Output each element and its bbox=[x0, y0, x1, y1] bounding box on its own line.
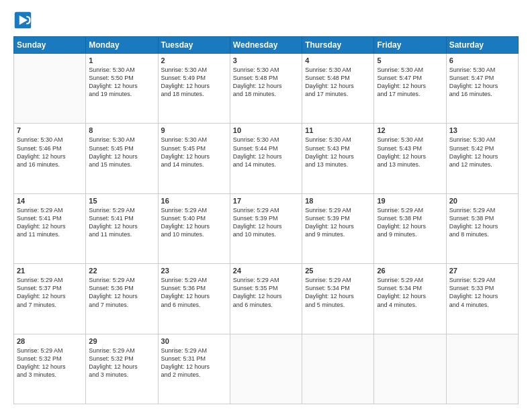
calendar-cell: 1Sunrise: 5:30 AM Sunset: 5:50 PM Daylig… bbox=[86, 54, 158, 124]
cell-day-number: 19 bbox=[377, 197, 443, 205]
calendar-cell: 26Sunrise: 5:29 AM Sunset: 5:34 PM Dayli… bbox=[374, 264, 446, 334]
page: SundayMondayTuesdayWednesdayThursdayFrid… bbox=[0, 0, 532, 411]
cell-info: Sunrise: 5:30 AM Sunset: 5:44 PM Dayligh… bbox=[233, 136, 299, 169]
calendar-cell: 6Sunrise: 5:30 AM Sunset: 5:47 PM Daylig… bbox=[446, 54, 518, 124]
cell-day-number: 13 bbox=[449, 126, 515, 134]
cell-info: Sunrise: 5:30 AM Sunset: 5:48 PM Dayligh… bbox=[305, 66, 371, 99]
calendar-cell: 27Sunrise: 5:29 AM Sunset: 5:33 PM Dayli… bbox=[446, 264, 518, 334]
cell-day-number: 6 bbox=[449, 56, 515, 64]
cell-info: Sunrise: 5:29 AM Sunset: 5:32 PM Dayligh… bbox=[17, 347, 83, 379]
cell-info: Sunrise: 5:29 AM Sunset: 5:36 PM Dayligh… bbox=[161, 276, 227, 309]
week-row-1: 1Sunrise: 5:30 AM Sunset: 5:50 PM Daylig… bbox=[14, 54, 519, 124]
calendar-table: SundayMondayTuesdayWednesdayThursdayFrid… bbox=[13, 36, 519, 404]
week-row-3: 14Sunrise: 5:29 AM Sunset: 5:41 PM Dayli… bbox=[14, 193, 519, 263]
cell-info: Sunrise: 5:30 AM Sunset: 5:42 PM Dayligh… bbox=[449, 136, 515, 169]
cell-day-number: 14 bbox=[17, 197, 83, 205]
calendar-cell: 16Sunrise: 5:29 AM Sunset: 5:40 PM Dayli… bbox=[158, 193, 230, 263]
cell-day-number: 29 bbox=[89, 337, 154, 345]
day-header-monday: Monday bbox=[86, 37, 158, 54]
cell-info: Sunrise: 5:29 AM Sunset: 5:41 PM Dayligh… bbox=[89, 206, 154, 239]
logo bbox=[13, 11, 35, 30]
week-row-5: 28Sunrise: 5:29 AM Sunset: 5:32 PM Dayli… bbox=[14, 334, 519, 404]
cell-day-number: 3 bbox=[233, 56, 299, 64]
calendar-cell: 21Sunrise: 5:29 AM Sunset: 5:37 PM Dayli… bbox=[14, 264, 86, 334]
calendar-cell: 12Sunrise: 5:30 AM Sunset: 5:43 PM Dayli… bbox=[374, 124, 446, 193]
calendar-cell: 15Sunrise: 5:29 AM Sunset: 5:41 PM Dayli… bbox=[86, 193, 158, 263]
cell-day-number: 2 bbox=[161, 56, 227, 64]
calendar-cell: 13Sunrise: 5:30 AM Sunset: 5:42 PM Dayli… bbox=[446, 124, 518, 193]
calendar-cell: 30Sunrise: 5:29 AM Sunset: 5:31 PM Dayli… bbox=[158, 334, 230, 404]
calendar-cell: 28Sunrise: 5:29 AM Sunset: 5:32 PM Dayli… bbox=[14, 334, 86, 404]
calendar-cell bbox=[446, 334, 518, 404]
cell-day-number: 20 bbox=[449, 197, 515, 205]
calendar-cell: 22Sunrise: 5:29 AM Sunset: 5:36 PM Dayli… bbox=[86, 264, 158, 334]
calendar-cell: 20Sunrise: 5:29 AM Sunset: 5:38 PM Dayli… bbox=[446, 193, 518, 263]
calendar-cell bbox=[374, 334, 446, 404]
cell-info: Sunrise: 5:30 AM Sunset: 5:48 PM Dayligh… bbox=[233, 66, 299, 99]
cell-info: Sunrise: 5:30 AM Sunset: 5:43 PM Dayligh… bbox=[305, 136, 371, 169]
day-header-saturday: Saturday bbox=[446, 37, 518, 54]
calendar-cell: 7Sunrise: 5:30 AM Sunset: 5:46 PM Daylig… bbox=[14, 124, 86, 193]
cell-day-number: 10 bbox=[233, 126, 299, 134]
day-header-friday: Friday bbox=[374, 37, 446, 54]
cell-info: Sunrise: 5:29 AM Sunset: 5:36 PM Dayligh… bbox=[89, 276, 154, 309]
cell-info: Sunrise: 5:30 AM Sunset: 5:47 PM Dayligh… bbox=[377, 66, 443, 99]
calendar-cell: 8Sunrise: 5:30 AM Sunset: 5:45 PM Daylig… bbox=[86, 124, 158, 193]
day-header-thursday: Thursday bbox=[302, 37, 374, 54]
cell-day-number: 15 bbox=[89, 197, 154, 205]
cell-day-number: 17 bbox=[233, 197, 299, 205]
cell-info: Sunrise: 5:29 AM Sunset: 5:35 PM Dayligh… bbox=[233, 276, 299, 309]
cell-day-number: 28 bbox=[17, 337, 83, 345]
calendar-cell: 9Sunrise: 5:30 AM Sunset: 5:45 PM Daylig… bbox=[158, 124, 230, 193]
cell-info: Sunrise: 5:29 AM Sunset: 5:34 PM Dayligh… bbox=[377, 276, 443, 309]
cell-day-number: 24 bbox=[233, 267, 299, 275]
calendar-cell: 19Sunrise: 5:29 AM Sunset: 5:38 PM Dayli… bbox=[374, 193, 446, 263]
cell-day-number: 7 bbox=[17, 126, 83, 134]
calendar-header-row: SundayMondayTuesdayWednesdayThursdayFrid… bbox=[14, 37, 519, 54]
calendar-cell: 10Sunrise: 5:30 AM Sunset: 5:44 PM Dayli… bbox=[230, 124, 302, 193]
calendar-cell: 3Sunrise: 5:30 AM Sunset: 5:48 PM Daylig… bbox=[230, 54, 302, 124]
logo-icon bbox=[13, 11, 32, 30]
cell-info: Sunrise: 5:30 AM Sunset: 5:50 PM Dayligh… bbox=[89, 66, 154, 99]
cell-day-number: 4 bbox=[305, 56, 371, 64]
calendar-cell: 29Sunrise: 5:29 AM Sunset: 5:32 PM Dayli… bbox=[86, 334, 158, 404]
cell-day-number: 26 bbox=[377, 267, 443, 275]
cell-day-number: 22 bbox=[89, 267, 154, 275]
calendar-cell: 17Sunrise: 5:29 AM Sunset: 5:39 PM Dayli… bbox=[230, 193, 302, 263]
header bbox=[13, 11, 519, 30]
cell-day-number: 5 bbox=[377, 56, 443, 64]
calendar-cell: 2Sunrise: 5:30 AM Sunset: 5:49 PM Daylig… bbox=[158, 54, 230, 124]
calendar-cell: 23Sunrise: 5:29 AM Sunset: 5:36 PM Dayli… bbox=[158, 264, 230, 334]
day-header-tuesday: Tuesday bbox=[158, 37, 230, 54]
cell-info: Sunrise: 5:30 AM Sunset: 5:45 PM Dayligh… bbox=[89, 136, 154, 169]
calendar-cell: 11Sunrise: 5:30 AM Sunset: 5:43 PM Dayli… bbox=[302, 124, 374, 193]
cell-info: Sunrise: 5:30 AM Sunset: 5:43 PM Dayligh… bbox=[377, 136, 443, 169]
calendar-cell bbox=[230, 334, 302, 404]
cell-day-number: 12 bbox=[377, 126, 443, 134]
calendar-cell bbox=[302, 334, 374, 404]
calendar-cell: 25Sunrise: 5:29 AM Sunset: 5:34 PM Dayli… bbox=[302, 264, 374, 334]
cell-info: Sunrise: 5:29 AM Sunset: 5:32 PM Dayligh… bbox=[89, 347, 154, 379]
cell-info: Sunrise: 5:29 AM Sunset: 5:39 PM Dayligh… bbox=[233, 206, 299, 239]
cell-day-number: 25 bbox=[305, 267, 371, 275]
cell-day-number: 16 bbox=[161, 197, 227, 205]
cell-day-number: 30 bbox=[161, 337, 227, 345]
cell-day-number: 27 bbox=[449, 267, 515, 275]
cell-info: Sunrise: 5:29 AM Sunset: 5:33 PM Dayligh… bbox=[449, 276, 515, 309]
week-row-2: 7Sunrise: 5:30 AM Sunset: 5:46 PM Daylig… bbox=[14, 124, 519, 193]
cell-day-number: 23 bbox=[161, 267, 227, 275]
cell-day-number: 8 bbox=[89, 126, 154, 134]
cell-day-number: 18 bbox=[305, 197, 371, 205]
cell-info: Sunrise: 5:29 AM Sunset: 5:41 PM Dayligh… bbox=[17, 206, 83, 239]
cell-info: Sunrise: 5:29 AM Sunset: 5:38 PM Dayligh… bbox=[377, 206, 443, 239]
cell-info: Sunrise: 5:30 AM Sunset: 5:45 PM Dayligh… bbox=[161, 136, 227, 169]
calendar-cell: 24Sunrise: 5:29 AM Sunset: 5:35 PM Dayli… bbox=[230, 264, 302, 334]
cell-info: Sunrise: 5:29 AM Sunset: 5:40 PM Dayligh… bbox=[161, 206, 227, 239]
cell-info: Sunrise: 5:30 AM Sunset: 5:46 PM Dayligh… bbox=[17, 136, 83, 169]
calendar-cell: 14Sunrise: 5:29 AM Sunset: 5:41 PM Dayli… bbox=[14, 193, 86, 263]
day-header-sunday: Sunday bbox=[14, 37, 86, 54]
cell-info: Sunrise: 5:29 AM Sunset: 5:38 PM Dayligh… bbox=[449, 206, 515, 239]
cell-info: Sunrise: 5:30 AM Sunset: 5:49 PM Dayligh… bbox=[161, 66, 227, 99]
calendar-cell: 5Sunrise: 5:30 AM Sunset: 5:47 PM Daylig… bbox=[374, 54, 446, 124]
day-header-wednesday: Wednesday bbox=[230, 37, 302, 54]
